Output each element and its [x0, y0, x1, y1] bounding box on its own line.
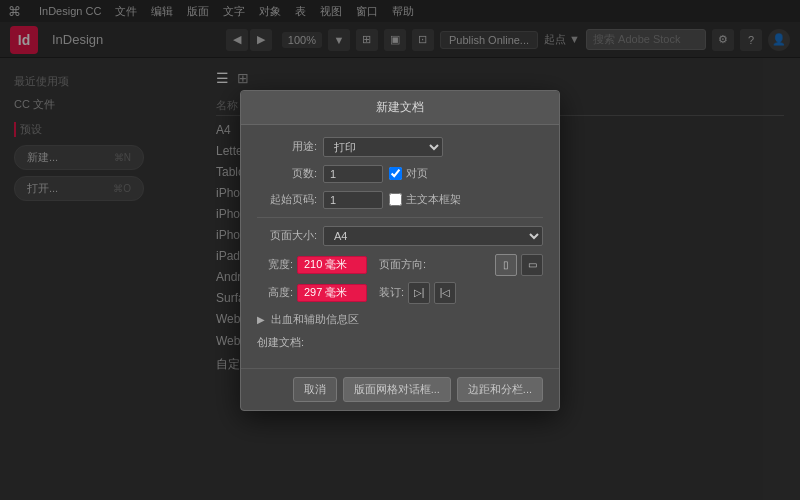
master-text-label[interactable]: 主文本框架: [389, 192, 461, 207]
width-input[interactable]: [297, 256, 367, 274]
dialog-footer: 取消 版面网格对话框... 边距和分栏...: [241, 368, 559, 410]
height-row: 高度: 装订: ▷| |◁: [257, 282, 543, 304]
dialog-title: 新建文档: [241, 91, 559, 125]
pages-label: 页数:: [257, 166, 317, 181]
startpage-row: 起始页码: 主文本框架: [257, 191, 543, 209]
create-label: 创建文档:: [257, 335, 543, 350]
pages-row: 页数: 对页: [257, 165, 543, 183]
landscape-btn[interactable]: ▭: [521, 254, 543, 276]
height-label: 高度:: [257, 285, 293, 300]
dialog-body: 用途: 打印 页数: 对页 起始页码: 主文本框架: [241, 125, 559, 368]
bleed-arrow: ▶: [257, 314, 265, 325]
cancel-btn[interactable]: 取消: [293, 377, 337, 402]
facing-checkbox-label[interactable]: 对页: [389, 166, 428, 181]
startpage-input[interactable]: [323, 191, 383, 209]
width-row: 宽度: 页面方向: ▯ ▭: [257, 254, 543, 276]
binding-group: ▷| |◁: [408, 282, 456, 304]
facing-checkbox[interactable]: [389, 167, 402, 180]
size-row: 页面大小: A4: [257, 226, 543, 246]
portrait-btn[interactable]: ▯: [495, 254, 517, 276]
bleed-label: 出血和辅助信息区: [271, 312, 359, 327]
new-document-dialog: 新建文档 用途: 打印 页数: 对页 起始页码:: [240, 90, 560, 411]
height-input[interactable]: [297, 284, 367, 302]
orientation-label: 页面方向:: [379, 257, 426, 272]
intent-row: 用途: 打印: [257, 137, 543, 157]
width-label: 宽度:: [257, 257, 293, 272]
binding-left-btn[interactable]: ▷|: [408, 282, 430, 304]
startpage-label: 起始页码:: [257, 192, 317, 207]
size-label: 页面大小:: [257, 228, 317, 243]
master-text-checkbox[interactable]: [389, 193, 402, 206]
binding-right-btn[interactable]: |◁: [434, 282, 456, 304]
intent-label: 用途:: [257, 139, 317, 154]
bleed-section[interactable]: ▶ 出血和辅助信息区: [257, 312, 543, 327]
pages-input[interactable]: [323, 165, 383, 183]
margin-columns-btn[interactable]: 边距和分栏...: [457, 377, 543, 402]
dialog-overlay: 新建文档 用途: 打印 页数: 对页 起始页码:: [0, 0, 800, 500]
binding-label: 装订:: [379, 285, 404, 300]
layout-grid-btn[interactable]: 版面网格对话框...: [343, 377, 451, 402]
size-select[interactable]: A4: [323, 226, 543, 246]
intent-select[interactable]: 打印: [323, 137, 443, 157]
orientation-group: ▯ ▭: [495, 254, 543, 276]
